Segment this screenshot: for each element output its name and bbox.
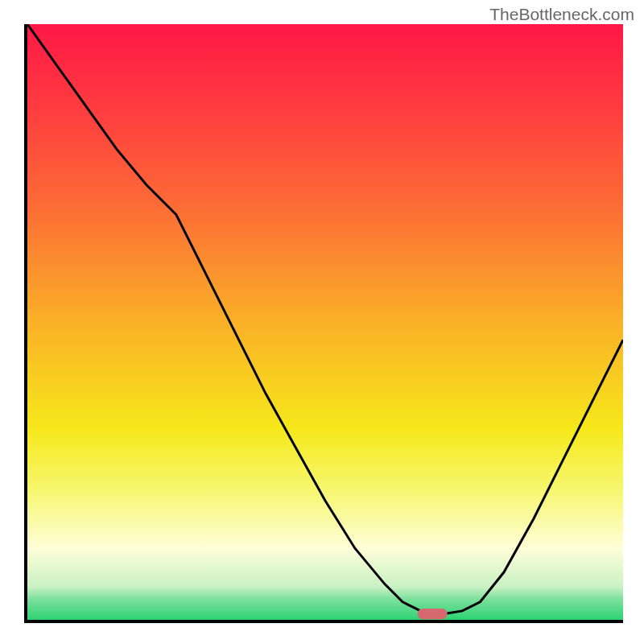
attribution-text: TheBottleneck.com — [489, 5, 634, 24]
chart-container: TheBottleneck.com — [0, 0, 644, 644]
plot-area — [24, 24, 623, 623]
plot-svg — [27, 24, 623, 620]
gradient-background — [27, 24, 623, 620]
target-marker — [418, 609, 448, 619]
